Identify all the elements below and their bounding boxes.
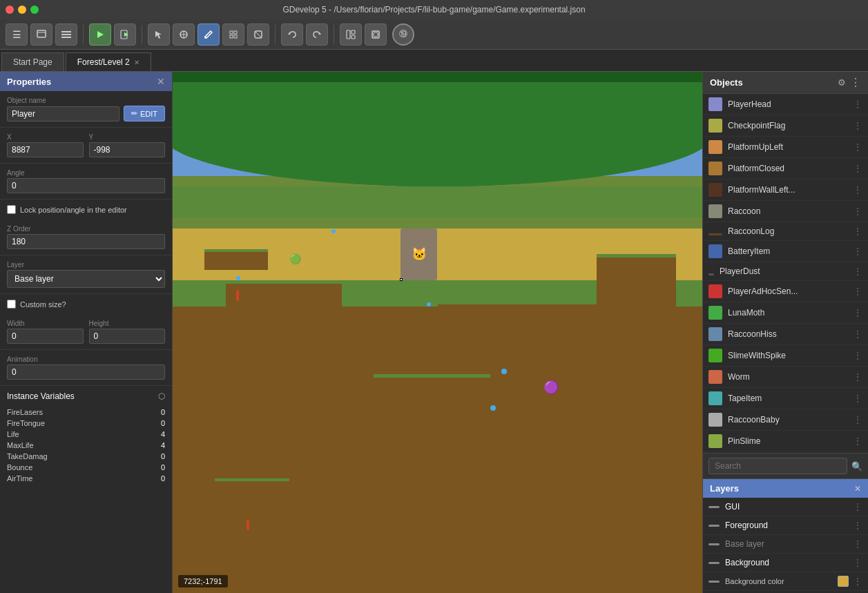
object-name-input[interactable]: [7, 106, 119, 121]
object-item-tapeitem[interactable]: TapeItem ⋮: [703, 388, 868, 409]
object-item-checkpointflag[interactable]: CheckpointFlag ⋮: [703, 115, 868, 137]
play-button[interactable]: [89, 23, 111, 46]
object-item-platformupleft[interactable]: PlatformUpLeft ⋮: [703, 137, 868, 158]
tab-close-icon[interactable]: ✕: [134, 59, 139, 66]
layout-button[interactable]: [340, 23, 362, 46]
edit-tool[interactable]: [197, 23, 220, 46]
transform-tool[interactable]: [173, 23, 195, 46]
layer-item-baselayer[interactable]: Base layer ⋮: [703, 535, 868, 554]
toolbar-hamburger[interactable]: ☰: [6, 23, 28, 46]
layer-icon-background-color: [708, 581, 720, 583]
object-menu-raccoonlog[interactable]: ⋮: [853, 226, 862, 237]
layer-menu-background-color[interactable]: ⋮: [853, 576, 862, 587]
object-item-platformclosed[interactable]: PlatformClosed ⋮: [703, 158, 868, 179]
profile-button[interactable]: ⑲: [392, 23, 414, 46]
filter-icon[interactable]: ⚙: [838, 77, 846, 88]
custom-size-label[interactable]: Custom size?: [20, 300, 66, 309]
object-menu-platformupleft[interactable]: ⋮: [853, 142, 862, 153]
ground-terrain: [173, 307, 702, 593]
layer-color-swatch[interactable]: [838, 576, 849, 587]
object-item-raccoonlog[interactable]: RaccoonLog ⋮: [703, 222, 868, 241]
layers-close-icon[interactable]: ✕: [854, 484, 861, 494]
lock-checkbox[interactable]: [7, 205, 16, 214]
layer-menu-background[interactable]: ⋮: [853, 557, 862, 568]
undo-button[interactable]: [281, 23, 303, 46]
object-menu-platformwallleft[interactable]: ⋮: [853, 184, 862, 195]
z-order-input[interactable]: [7, 234, 165, 249]
layer-select[interactable]: GUI Foreground Base layer Background Bac…: [7, 270, 165, 288]
object-menu-playeradhoc[interactable]: ⋮: [853, 286, 862, 297]
object-item-playerhead[interactable]: PlayerHead ⋮: [703, 94, 868, 115]
object-item-playeradhoc[interactable]: PlayerAdHocSen... ⋮: [703, 281, 868, 302]
object-item-raccoonbaby[interactable]: RaccoonBaby ⋮: [703, 409, 868, 431]
properties-title: Properties: [7, 77, 51, 87]
x-input[interactable]: [7, 142, 84, 157]
toolbar-events[interactable]: [55, 23, 77, 46]
objects-menu-icon[interactable]: ⋮: [850, 76, 861, 89]
fullscreen-button[interactable]: [365, 23, 387, 46]
layer-item-background[interactable]: Background ⋮: [703, 554, 868, 572]
animation-input[interactable]: [7, 364, 165, 380]
object-icon-platformwallleft: [708, 183, 722, 197]
close-button[interactable]: [6, 6, 14, 14]
object-item-raccoon[interactable]: Raccoon ⋮: [703, 201, 868, 222]
object-item-batteryitem[interactable]: BatteryItem ⋮: [703, 241, 868, 262]
angle-input[interactable]: [7, 178, 165, 193]
object-name-playerhead: PlayerHead: [728, 99, 853, 109]
svg-rect-3: [61, 34, 71, 35]
height-input[interactable]: [89, 329, 166, 344]
tab-start-page[interactable]: Start Page: [1, 52, 64, 71]
layer-item-gui[interactable]: GUI ⋮: [703, 498, 868, 516]
play-scene-button[interactable]: [114, 23, 136, 46]
object-menu-slimewithspike[interactable]: ⋮: [853, 350, 862, 361]
object-item-platformwallleft[interactable]: PlatformWallLeft... ⋮: [703, 179, 868, 201]
grid-tool[interactable]: [222, 23, 244, 46]
edit-button[interactable]: ✏ EDIT: [124, 106, 165, 121]
minimize-button[interactable]: [18, 6, 26, 14]
object-menu-checkpointflag[interactable]: ⋮: [853, 120, 862, 131]
object-item-raccoonhiss[interactable]: RaccoonHiss ⋮: [703, 324, 868, 345]
custom-size-checkbox[interactable]: [7, 300, 16, 309]
object-name-batteryitem: BatteryItem: [728, 246, 853, 256]
object-menu-worm[interactable]: ⋮: [853, 371, 862, 382]
object-item-worm[interactable]: Worm ⋮: [703, 367, 868, 388]
width-input[interactable]: [7, 329, 84, 344]
hide-tool[interactable]: [247, 23, 269, 46]
layer-item-foreground[interactable]: Foreground ⋮: [703, 516, 868, 535]
redo-button[interactable]: [306, 23, 328, 46]
lock-label[interactable]: Lock position/angle in the editor: [20, 206, 127, 214]
object-menu-platformclosed[interactable]: ⋮: [853, 163, 862, 174]
z-order-label: Z Order: [7, 225, 165, 233]
object-menu-pinslime[interactable]: ⋮: [853, 436, 862, 447]
main-toolbar: ☰ ⑲: [0, 19, 868, 50]
layer-menu-foreground[interactable]: ⋮: [853, 520, 862, 531]
object-menu-tapeitem[interactable]: ⋮: [853, 393, 862, 404]
var-name-takedamag: TakeDamag: [7, 452, 48, 460]
search-input[interactable]: [708, 458, 847, 474]
object-menu-raccoonbaby[interactable]: ⋮: [853, 414, 862, 425]
object-menu-raccoon[interactable]: ⋮: [853, 206, 862, 217]
maximize-button[interactable]: [30, 6, 39, 14]
layer-menu-gui[interactable]: ⋮: [853, 501, 862, 512]
object-item-pinslime[interactable]: PinSlime ⋮: [703, 431, 868, 452]
toolbar-scene[interactable]: [30, 23, 52, 46]
object-menu-lunamoth[interactable]: ⋮: [853, 307, 862, 318]
instance-vars-open-icon[interactable]: ⬡: [158, 391, 165, 401]
object-menu-batteryitem[interactable]: ⋮: [853, 246, 862, 257]
y-input[interactable]: [89, 142, 166, 157]
cursor-tool[interactable]: [148, 23, 170, 46]
object-item-playerdust[interactable]: PlayerDust ⋮: [703, 262, 868, 281]
properties-close-icon[interactable]: ✕: [157, 76, 165, 87]
object-item-lunamoth[interactable]: LunaMoth ⋮: [703, 302, 868, 324]
tab-forest-level2[interactable]: Forest/Level 2 ✕: [66, 52, 151, 71]
object-menu-raccoonhiss[interactable]: ⋮: [853, 329, 862, 340]
object-menu-playerdust[interactable]: ⋮: [853, 266, 862, 277]
var-row-firelasers: FireLasers 0: [0, 407, 172, 418]
object-menu-playerhead[interactable]: ⋮: [853, 99, 862, 110]
object-item-slimewithspike[interactable]: SlimeWithSpike ⋮: [703, 345, 868, 367]
layer-item-background-color[interactable]: Background color ⋮: [703, 572, 868, 591]
game-canvas: 🐱 🟢 🟣: [173, 72, 702, 593]
layer-menu-baselayer[interactable]: ⋮: [853, 538, 862, 550]
var-val-bounce: 0: [161, 463, 165, 472]
canvas-area[interactable]: 🐱 🟢 🟣 7232;-1791: [173, 72, 702, 593]
